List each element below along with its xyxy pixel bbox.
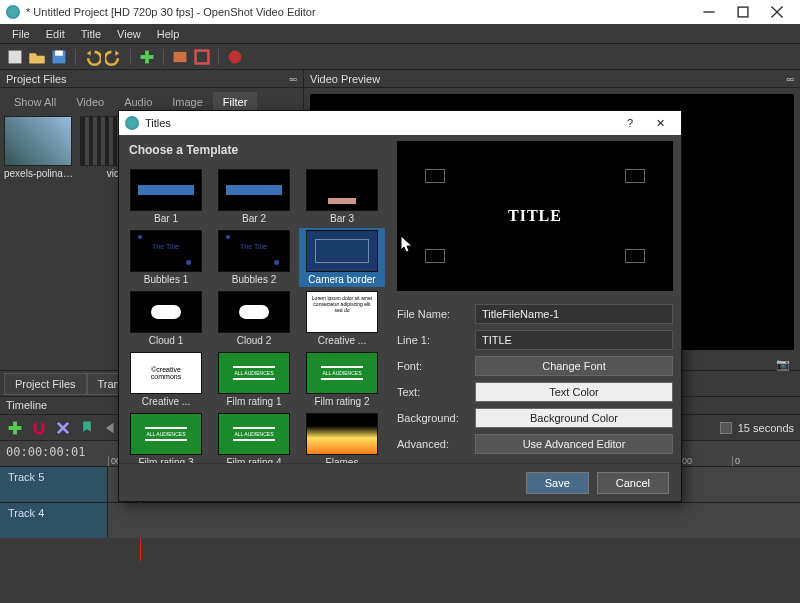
template-label: Camera border [301,272,383,285]
video-preview-label: Video Preview [310,73,380,85]
undo-icon[interactable] [83,48,101,66]
template-label: Bar 2 [213,211,295,224]
menu-bar: File Edit Title View Help [0,24,800,44]
fullscreen-icon[interactable] [193,48,211,66]
template-label: Cloud 1 [125,333,207,346]
template-thumb: ALL AUDIENCES [218,352,290,394]
text-color-label: Text: [397,386,475,398]
template-label: Cloud 2 [213,333,295,346]
dialog-help-button[interactable]: ? [615,117,645,129]
template-thumb: ©creativecommons [130,352,202,394]
template-thumb: Lorem ipsum dolor sit amet consectetur a… [306,291,378,333]
change-font-button[interactable]: Change Font [475,356,673,376]
template-thumb [306,169,378,211]
template-label: Bar 1 [125,211,207,224]
template-item[interactable]: Camera border [299,228,385,287]
template-item[interactable]: Bar 1 [123,167,209,226]
tab-filter[interactable]: Filter [213,92,257,112]
menu-file[interactable]: File [4,26,38,42]
template-item[interactable]: ALL AUDIENCESFilm rating 3 [123,411,209,463]
template-thumb [218,169,290,211]
template-item[interactable]: Bar 2 [211,167,297,226]
template-thumb [130,291,202,333]
project-filter-tabs: Show All Video Audio Image Filter [0,88,303,112]
template-item[interactable]: ALL AUDIENCESFilm rating 2 [299,350,385,409]
template-item[interactable]: Flames [299,411,385,463]
advanced-editor-button[interactable]: Use Advanced Editor [475,434,673,454]
template-item[interactable]: ALL AUDIENCESFilm rating 1 [211,350,297,409]
open-project-icon[interactable] [28,48,46,66]
import-files-icon[interactable] [138,48,156,66]
text-color-button[interactable]: Text Color [475,382,673,402]
file-name-input[interactable] [475,304,673,324]
tab-video[interactable]: Video [66,92,114,112]
template-list[interactable]: Bar 1Bar 2Bar 3The TitleBubbles 1The Tit… [119,165,389,463]
background-color-button[interactable]: Background Color [475,408,673,428]
seconds-checkbox[interactable] [720,422,732,434]
menu-help[interactable]: Help [149,26,188,42]
menu-title[interactable]: Title [73,26,109,42]
preview-title-text: TITLE [508,207,562,225]
svg-rect-4 [9,50,22,63]
menu-edit[interactable]: Edit [38,26,73,42]
svg-rect-6 [55,50,63,55]
template-thumb: ALL AUDIENCES [218,413,290,455]
template-item[interactable]: Cloud 2 [211,289,297,348]
template-label: Film rating 3 [125,455,207,463]
template-item[interactable]: ALL AUDIENCESFilm rating 4 [211,411,297,463]
menu-view[interactable]: View [109,26,149,42]
template-item[interactable]: ©creativecommonsCreative ... [123,350,209,409]
track-row[interactable]: Track 4 [0,502,800,538]
template-item[interactable]: The TitleBubbles 2 [211,228,297,287]
dialog-close-button[interactable]: ✕ [645,117,675,130]
new-project-icon[interactable] [6,48,24,66]
project-files-label: Project Files [6,73,67,85]
track-label: Track 5 [0,467,108,502]
export-icon[interactable] [226,48,244,66]
track-label: Track 4 [0,503,108,538]
line1-input[interactable] [475,330,673,350]
project-file-item[interactable]: pexels-polina-ta... [4,116,76,179]
template-label: Bubbles 2 [213,272,295,285]
template-thumb [306,230,378,272]
razor-icon[interactable] [54,419,72,437]
panel-undock-icon[interactable]: ▫▫ [786,73,794,85]
add-track-icon[interactable] [6,419,24,437]
snapshot-icon[interactable]: 📷 [776,358,790,371]
svg-rect-1 [738,7,748,17]
template-label: Creative ... [125,394,207,407]
template-item[interactable]: Bar 3 [299,167,385,226]
template-item[interactable]: Lorem ipsum dolor sit amet consectetur a… [299,289,385,348]
template-thumb [218,291,290,333]
marker-icon[interactable] [78,419,96,437]
advanced-label: Advanced: [397,438,475,450]
template-thumb: ALL AUDIENCES [130,413,202,455]
font-label: Font: [397,360,475,372]
template-item[interactable]: The TitleBubbles 1 [123,228,209,287]
template-label: Creative ... [301,333,383,346]
project-file-label: pexels-polina-ta... [4,166,76,179]
template-label: Film rating 1 [213,394,295,407]
snap-icon[interactable] [30,419,48,437]
redo-icon[interactable] [105,48,123,66]
close-button[interactable] [760,2,794,22]
tab-show-all[interactable]: Show All [4,92,66,112]
tab-image[interactable]: Image [162,92,213,112]
svg-point-11 [229,50,242,63]
window-title: * Untitled Project [HD 720p 30 fps] - Op… [26,6,692,18]
maximize-button[interactable] [726,2,760,22]
panel-undock-icon[interactable]: ▫▫ [289,73,297,85]
save-button[interactable]: Save [526,472,589,494]
template-label: Flames [301,455,383,463]
template-thumb: ALL AUDIENCES [306,352,378,394]
tab-project-files[interactable]: Project Files [4,373,87,395]
cancel-button[interactable]: Cancel [597,472,669,494]
minimize-button[interactable] [692,2,726,22]
svg-rect-10 [196,50,209,63]
app-icon [6,5,20,19]
tab-audio[interactable]: Audio [114,92,162,112]
template-item[interactable]: Cloud 1 [123,289,209,348]
save-project-icon[interactable] [50,48,68,66]
line1-label: Line 1: [397,334,475,346]
profile-icon[interactable] [171,48,189,66]
